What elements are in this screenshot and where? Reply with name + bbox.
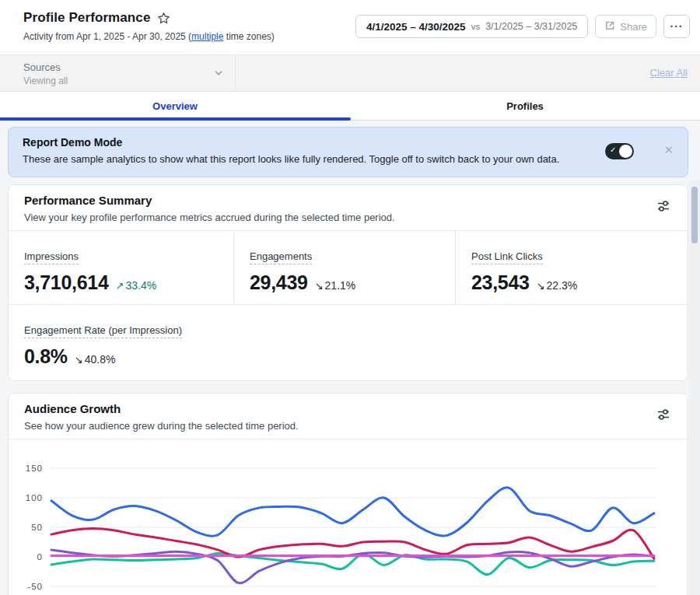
trend-up-icon: ↗ [116, 280, 124, 292]
svg-text:150: 150 [26, 464, 43, 473]
date-range-vs: vs [471, 22, 481, 31]
date-range-compare: 3/1/2025 – 3/31/2025 [485, 21, 577, 32]
audience-growth-header: Audience Growth See how your audience gr… [9, 394, 688, 439]
demo-mode-toggle[interactable]: ✓ [605, 143, 634, 159]
filters-bar: Sources Viewing all Clear All [0, 54, 700, 92]
ellipsis-icon: ··· [670, 20, 684, 33]
svg-text:-50: -50 [27, 582, 43, 591]
sources-label: Sources [23, 61, 61, 73]
metric-value: 3,710,614 [24, 271, 109, 294]
trend-down-icon: ↘ [75, 354, 83, 366]
metric-label[interactable]: Post Link Clicks [471, 250, 543, 264]
activity-range-text: Activity from Apr 1, 2025 - Apr 30, 2025… [23, 31, 275, 42]
report-header: Profile Performance Activity from Apr 1,… [0, 0, 700, 54]
banner-body: These are sample analytics to show what … [23, 153, 559, 165]
scrollbar-track[interactable] [689, 180, 700, 595]
performance-summary-header: Performance Summary View your key profil… [9, 185, 688, 231]
metric-change-value: 22.3% [547, 279, 578, 292]
series-blue-line [51, 488, 654, 536]
metric-label[interactable]: Impressions [24, 250, 79, 264]
more-options-button[interactable]: ··· [663, 15, 690, 38]
activity-range-suffix: time zones) [223, 31, 274, 42]
metric-value: 29,439 [250, 271, 308, 294]
trend-down-icon: ↘ [537, 280, 545, 292]
sliders-settings-icon[interactable] [656, 199, 670, 216]
profile-performance-report: Profile Performance Activity from Apr 1,… [0, 0, 700, 595]
trend-down-icon: ↘ [315, 280, 324, 292]
metric-change: ↘22.3% [537, 279, 578, 292]
tab-profiles[interactable]: Profiles [350, 92, 700, 120]
banner-close-icon[interactable]: ✕ [663, 143, 674, 157]
metric-engagement-rate: Engagement Rate (per Impression) 0.8% ↘4… [9, 305, 688, 368]
metric-engagements: Engagements 29,439 ↘21.1% [234, 231, 456, 304]
toggle-check-icon: ✓ [610, 145, 616, 154]
date-range-primary: 4/1/2025 – 4/30/2025 [366, 21, 466, 33]
metric-change: ↘40.8% [75, 353, 116, 366]
audience-growth-card: Audience Growth See how your audience gr… [8, 393, 688, 595]
share-button[interactable]: Share [595, 15, 656, 38]
metric-change: ↘21.1% [315, 279, 356, 292]
performance-summary-title: Performance Summary [24, 194, 152, 207]
date-range-picker[interactable]: 4/1/2025 – 4/30/2025 vs 3/1/2025 – 3/31/… [355, 15, 588, 38]
metric-change-value: 40.8% [85, 353, 116, 366]
multiple-timezones-link[interactable]: multiple [191, 31, 223, 42]
svg-text:100: 100 [26, 493, 43, 502]
sliders-settings-icon[interactable] [656, 408, 670, 425]
metric-value: 0.8% [24, 345, 68, 368]
metric-label[interactable]: Engagements [250, 250, 312, 264]
metrics-row-1: Impressions 3,710,614 ↗33.4% Engagements… [9, 231, 688, 304]
activity-range-prefix: Activity from Apr 1, 2025 - Apr 30, 2025… [23, 31, 191, 42]
metric-change: ↗33.4% [116, 279, 157, 292]
scrollbar-thumb[interactable] [691, 187, 698, 243]
metric-impressions: Impressions 3,710,614 ↗33.4% [9, 231, 234, 304]
audience-growth-subtitle: See how your audience grew during the se… [24, 420, 299, 432]
metric-value: 23,543 [471, 271, 530, 294]
sources-dropdown[interactable]: Sources Viewing all [0, 55, 236, 91]
share-label: Share [620, 21, 647, 33]
metric-post-link-clicks: Post Link Clicks 23,543 ↘22.3% [456, 231, 688, 304]
report-tabs: Overview Profiles [0, 92, 700, 121]
active-tab-indicator [0, 117, 351, 121]
svg-text:50: 50 [31, 523, 43, 532]
metric-change-value: 21.1% [325, 279, 356, 292]
tab-overview[interactable]: Overview [0, 92, 350, 120]
audience-growth-line-chart[interactable]: 150100500-50 [9, 439, 688, 595]
favorite-star-icon[interactable] [157, 12, 170, 25]
banner-title: Report Demo Mode [23, 136, 122, 149]
metric-change-value: 33.4% [125, 279, 156, 292]
demo-mode-banner: Report Demo Mode These are sample analyt… [8, 127, 688, 177]
performance-summary-card: Performance Summary View your key profil… [8, 184, 688, 381]
metrics-row-2: Engagement Rate (per Impression) 0.8% ↘4… [9, 304, 688, 382]
page-title: Profile Performance [23, 10, 150, 26]
performance-summary-subtitle: View your key profile performance metric… [24, 212, 395, 223]
chevron-down-icon [213, 68, 224, 82]
share-icon [604, 20, 615, 33]
clear-all-link[interactable]: Clear All [650, 67, 688, 79]
audience-growth-title: Audience Growth [24, 402, 121, 415]
metric-label[interactable]: Engagement Rate (per Impression) [24, 324, 182, 338]
toggle-knob [619, 145, 632, 158]
svg-text:0: 0 [37, 552, 43, 562]
sources-viewing-all: Viewing all [23, 75, 68, 86]
